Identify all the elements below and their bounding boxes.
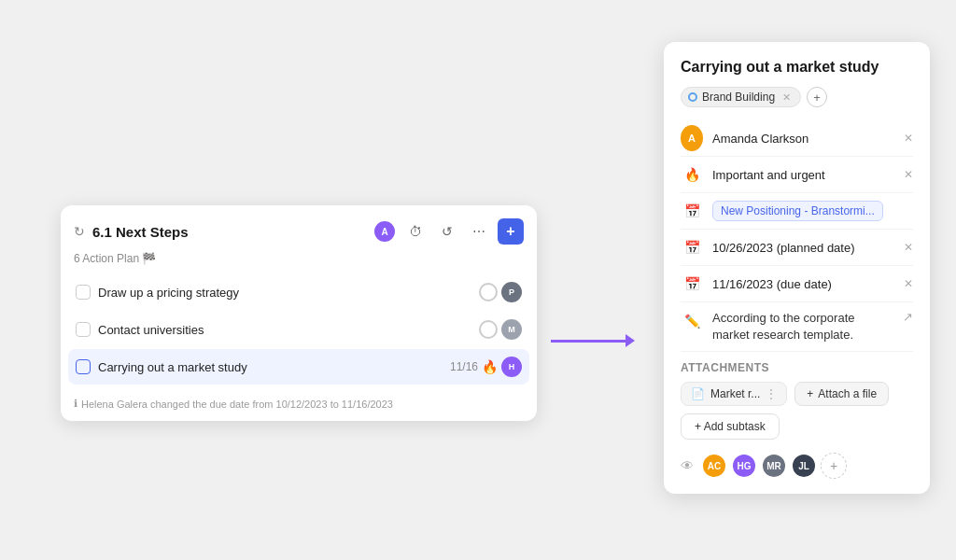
avatar-xs: M xyxy=(501,319,522,340)
attach-plus-icon: + xyxy=(807,387,813,400)
planned-date: 10/26/2023 (planned date) xyxy=(712,241,894,255)
add-tag-button[interactable]: + xyxy=(807,87,827,107)
attachments-section: Attachments 📄 Market r... ⋮ + Attach a f… xyxy=(681,352,913,406)
arrow xyxy=(551,334,635,347)
priority-row: 🔥 Important and urgent ✕ xyxy=(681,157,913,193)
card-header-actions: A ⏱ ↺ ⋯ + xyxy=(373,218,524,245)
due-date-icon: 📅 xyxy=(681,273,703,295)
task-list: Draw up a pricing strategy P Contact uni… xyxy=(61,274,537,394)
arrow-head xyxy=(626,334,635,347)
due-date: 11/16/2023 (due date) xyxy=(712,277,894,291)
task-checkbox[interactable] xyxy=(76,359,91,374)
eye-off-icon: 👁 xyxy=(681,458,694,473)
file-icon: 📄 xyxy=(691,387,705,400)
refresh-icon: ↻ xyxy=(74,224,85,239)
avatar-xs: H xyxy=(501,357,522,377)
due-date-row: 📅 11/16/2023 (due date) ✕ xyxy=(681,266,913,302)
circle-icon xyxy=(479,283,498,301)
timer-button[interactable]: ⏱ xyxy=(402,218,429,245)
add-subtask-button[interactable]: + Add subtask xyxy=(681,413,780,440)
attachments-label: Attachments xyxy=(681,361,913,374)
avatar: A xyxy=(373,219,397,244)
task-card: ↻ 6.1 Next Steps A ⏱ ↺ ⋯ + 6 Action Plan… xyxy=(61,205,537,421)
linked-doc-label[interactable]: New Positioning - Branstormi... xyxy=(712,201,883,221)
collaborator-row: 👁 AC HG MR JL + xyxy=(681,449,913,479)
fire-icon: 🔥 xyxy=(482,359,498,374)
avatar-xs: P xyxy=(501,282,522,302)
subtask-label: + Add subtask xyxy=(695,420,766,433)
collaborator-avatar: JL xyxy=(791,453,817,479)
note-row: ✏️ According to the corporate market res… xyxy=(681,302,913,352)
task-actions: M xyxy=(479,319,522,340)
tag-dot xyxy=(688,92,697,102)
panel-title: Carrying out a market study xyxy=(681,59,913,76)
external-link-icon[interactable]: ↗ xyxy=(903,310,913,324)
assignee-name: Amanda Clarkson xyxy=(712,132,894,146)
assignee-icon: A xyxy=(681,127,703,149)
planned-date-remove-icon[interactable]: ✕ xyxy=(904,241,913,254)
add-person-button[interactable]: + xyxy=(821,453,847,479)
attachments-row: 📄 Market r... ⋮ + Attach a file xyxy=(681,382,913,406)
planned-date-icon: 📅 xyxy=(681,236,703,259)
file-name: Market r... xyxy=(710,387,760,400)
planned-date-row: 📅 10/26/2023 (planned date) ✕ xyxy=(681,230,913,266)
sync-button[interactable]: ↺ xyxy=(434,218,460,245)
task-checkbox[interactable] xyxy=(76,285,91,300)
arrow-line xyxy=(551,340,626,343)
calendar-icon: 📅 xyxy=(681,200,703,222)
task-item-highlighted[interactable]: Carrying out a market study 11/16 🔥 H xyxy=(68,349,529,385)
tag-label: Brand Building xyxy=(702,91,775,104)
task-actions: 11/16 🔥 H xyxy=(450,357,522,377)
task-name: Contact universities xyxy=(98,323,471,337)
collaborator-avatar: HG xyxy=(731,453,757,479)
file-more-icon[interactable]: ⋮ xyxy=(766,387,777,400)
assignee-row: A Amanda Clarkson ✕ xyxy=(681,120,913,157)
tag-brand-building[interactable]: Brand Building ✕ xyxy=(681,87,801,107)
collaborator-avatar: MR xyxy=(761,453,787,479)
card-header: ↻ 6.1 Next Steps A ⏱ ↺ ⋯ + xyxy=(61,205,537,252)
task-item[interactable]: Contact universities M xyxy=(68,312,529,347)
task-item[interactable]: Draw up a pricing strategy P xyxy=(68,274,529,310)
task-checkbox[interactable] xyxy=(76,322,91,337)
collaborator-avatar: AC xyxy=(701,453,727,479)
tag-row: Brand Building ✕ + xyxy=(681,87,913,107)
detail-panel: Carrying out a market study Brand Buildi… xyxy=(664,42,930,494)
priority-label: Important and urgent xyxy=(712,168,894,182)
circle-icon xyxy=(479,320,498,339)
attachment-chip[interactable]: 📄 Market r... ⋮ xyxy=(681,382,787,406)
more-button[interactable]: ⋯ xyxy=(466,218,492,245)
add-button[interactable]: + xyxy=(498,218,524,245)
priority-remove-icon[interactable]: ✕ xyxy=(904,168,913,181)
note-text: According to the corporate market resear… xyxy=(712,310,893,343)
task-count: 11/16 xyxy=(450,360,478,373)
assignee-remove-icon[interactable]: ✕ xyxy=(904,132,913,145)
tag-close-icon[interactable]: ✕ xyxy=(782,91,791,104)
task-name: Draw up a pricing strategy xyxy=(98,286,471,300)
task-name: Carrying out a market study xyxy=(98,360,443,374)
change-notice: ℹ Helena Galera changed the due date fro… xyxy=(61,394,537,421)
task-actions: P xyxy=(479,282,522,302)
card-title: 6.1 Next Steps xyxy=(92,224,189,240)
due-date-remove-icon[interactable]: ✕ xyxy=(904,277,913,290)
priority-icon: 🔥 xyxy=(681,163,703,186)
attach-file-button[interactable]: + Attach a file xyxy=(794,382,889,406)
linked-doc-row: 📅 New Positioning - Branstormi... xyxy=(681,193,913,230)
note-icon: ✏️ xyxy=(681,310,703,332)
card-header-left: ↻ 6.1 Next Steps xyxy=(74,224,365,240)
card-subtitle: 6 Action Plan 🏁 xyxy=(61,252,537,274)
assignee-avatar: A xyxy=(681,125,703,151)
